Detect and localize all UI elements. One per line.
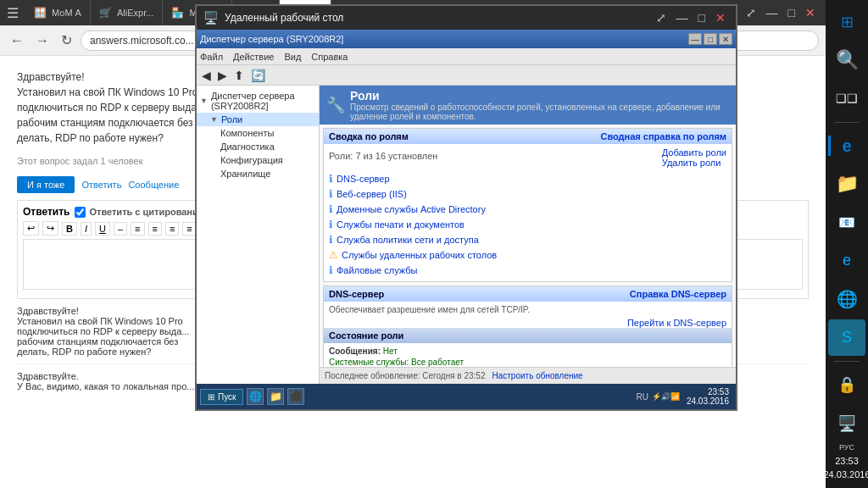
align1-button[interactable]: ≡ — [131, 222, 144, 236]
win10-outlook-app[interactable]: 📧 — [828, 204, 865, 241]
sm-state-header[interactable]: Состояние роли — [324, 328, 732, 343]
win10-ie-app[interactable]: e — [828, 242, 865, 279]
win10-windows-btn[interactable]: ⊞ — [828, 3, 865, 40]
dns-role-link[interactable]: DNS-сервер — [337, 174, 390, 184]
sm-content: 🔧 Роли Просмотр сведений о работоспособн… — [320, 86, 736, 384]
align3-button[interactable]: ≡ — [165, 222, 179, 236]
sm-menu-file[interactable]: Файл — [200, 52, 223, 62]
sm-menu-action[interactable]: Действие — [233, 52, 274, 62]
status-services: Системные службы: Все работает — [329, 358, 726, 367]
rdp-date: 24.03.2016 — [687, 396, 729, 406]
rdp-start-button[interactable]: ⊞ Пуск — [200, 389, 243, 405]
sm-tree-roles[interactable]: ▼ Роли — [197, 113, 319, 126]
sm-dns-navigate-link[interactable]: Перейти к DNS-сервер — [627, 318, 726, 328]
me-too-button[interactable]: И я тоже — [17, 176, 75, 193]
sm-tree-storage-label: Хранилище — [220, 169, 270, 179]
rdp-powershell-icon[interactable]: ⬛ — [287, 388, 304, 405]
sm-tree-root[interactable]: ▼ Диспетчер сервера (SRY2008R2] — [197, 89, 319, 113]
sm-summary-header[interactable]: Сводка по ролям Сводная справка по ролям — [324, 129, 732, 144]
role-dns[interactable]: ℹ DNS-сервер — [329, 171, 726, 186]
sm-remove-role-link[interactable]: Удалить роли — [662, 158, 726, 168]
sm-tree-diagnostics[interactable]: Диагностика — [197, 140, 319, 153]
italic-button[interactable]: I — [81, 222, 92, 236]
hamburger-button[interactable]: ☰ — [0, 5, 25, 21]
win10-chrome-app[interactable]: 🌐 — [828, 280, 865, 317]
dash-button[interactable]: – — [114, 222, 127, 236]
window-resize-btn[interactable]: ⤢ — [743, 6, 760, 19]
rdp-close-btn[interactable]: ✕ — [712, 11, 729, 25]
win10-skype-app[interactable]: S — [828, 319, 865, 356]
sm-toolbar-refresh[interactable]: 🔄 — [249, 69, 267, 82]
rdp-resize-btn[interactable]: ⤢ — [653, 11, 670, 25]
reply-button[interactable]: Ответить — [81, 180, 121, 190]
rdp-titlebar: 🖥️ Удаленный рабочий стол ⤢ — □ ✕ — [197, 6, 736, 30]
redo-button[interactable]: ↪ — [42, 221, 58, 236]
sm-maximize-btn[interactable]: □ — [704, 33, 717, 45]
sm-minimize-btn[interactable]: — — [688, 33, 702, 45]
sm-main-area: Сводка по ролям Сводная справка по ролям… — [320, 125, 736, 367]
sm-close-btn[interactable]: ✕ — [719, 33, 732, 45]
align2-button[interactable]: ≡ — [148, 222, 162, 236]
role-files[interactable]: ℹ Файловые службы — [329, 263, 726, 278]
rdp-taskbar: ⊞ Пуск 🌐 📁 ⬛ RU ⚡🔊📶 23:53 24.03.2016 — [197, 384, 736, 409]
win10-search-btn[interactable]: 🔍 — [828, 42, 865, 78]
role-print[interactable]: ℹ Службы печати и документов — [329, 217, 726, 232]
sm-dns-link[interactable]: Справка DNS-сервер — [630, 289, 726, 299]
sm-toolbar-forward[interactable]: ▶ — [216, 69, 229, 82]
rdp-ie-icon[interactable]: 🌐 — [247, 388, 264, 405]
sm-dns-header[interactable]: DNS-сервер Справка DNS-сервер — [324, 286, 732, 302]
message-button[interactable]: Сообщение — [128, 180, 179, 190]
rdp-maximize-btn[interactable]: □ — [695, 11, 709, 25]
rdp-clock: 23:53 24.03.2016 — [683, 387, 732, 406]
sm-tree-roles-arrow: ▼ — [210, 115, 218, 124]
role-rds[interactable]: ⚠ Службы удаленных рабочих столов — [329, 247, 726, 263]
sm-configure-update-link[interactable]: Настроить обновление — [492, 371, 582, 380]
win10-edge-app[interactable]: e — [828, 128, 865, 164]
sm-role-actions: Добавить роли Удалить роли — [662, 147, 726, 168]
rdp-explorer-icon[interactable]: 📁 — [267, 388, 284, 405]
window-close-btn[interactable]: ✕ — [802, 6, 819, 19]
rdp-window-icon: 🖥️ — [203, 11, 218, 25]
role-policy[interactable]: ℹ Служба политики сети и доступа — [329, 232, 726, 247]
refresh-button[interactable]: ↻ — [58, 30, 75, 50]
sm-add-role-link[interactable]: Добавить роли — [662, 147, 726, 158]
sm-toolbar: ◀ ▶ ⬆ 🔄 — [197, 65, 736, 86]
reply-quote-checkbox[interactable] — [75, 207, 86, 218]
win10-explorer-app[interactable]: 📁 — [828, 166, 865, 202]
ad-role-link[interactable]: Доменные службы Active Directory — [337, 204, 486, 214]
rds-role-link[interactable]: Службы удаленных рабочих столов — [342, 250, 497, 260]
sm-toolbar-up[interactable]: ⬆ — [232, 69, 246, 82]
win10-rdp-icon[interactable]: 🖥️ — [828, 405, 865, 441]
window-maximize-btn[interactable]: □ — [785, 6, 798, 19]
tab-mom[interactable]: 🪟 МоМ А — [25, 0, 91, 25]
print-role-link[interactable]: Службы печати и документов — [337, 219, 465, 230]
role-iis[interactable]: ℹ Веб-сервер (IIS) — [329, 186, 726, 202]
win10-lock-icon: 🔒 — [828, 367, 865, 403]
iis-role-link[interactable]: Веб-сервер (IIS) — [337, 189, 407, 199]
role-ad[interactable]: ℹ Доменные службы Active Directory — [329, 202, 726, 217]
sm-menu-help[interactable]: Справка — [311, 52, 348, 62]
tab-ali[interactable]: 🛒 AliExpr... — [91, 0, 163, 25]
sm-tree-components[interactable]: Компоненты — [197, 126, 319, 140]
back-button[interactable]: ← — [7, 31, 27, 50]
forward-button[interactable]: → — [32, 31, 53, 50]
rdp-minimize-btn[interactable]: — — [673, 11, 692, 25]
policy-role-link[interactable]: Служба политики сети и доступа — [337, 235, 479, 245]
sm-dns-content: Обеспечивает разрешение имен для сетей T… — [324, 302, 732, 367]
window-minimize-btn[interactable]: — — [763, 6, 782, 19]
bold-button[interactable]: B — [62, 222, 77, 236]
dns-status-icon: ℹ — [329, 173, 333, 185]
sm-tree-storage[interactable]: Хранилище — [197, 167, 319, 180]
files-role-link[interactable]: Файловые службы — [337, 265, 417, 275]
win10-taskview-btn[interactable]: ❑❑ — [828, 80, 865, 116]
win10-clock: 23:53 24.03.2016 — [823, 455, 868, 488]
sm-toolbar-back[interactable]: ◀ — [200, 69, 213, 82]
sm-tree-config[interactable]: Конфигурация — [197, 153, 319, 167]
underline-button[interactable]: U — [95, 222, 110, 236]
sm-tree-diagnostics-label: Диагностика — [220, 141, 275, 152]
sm-summary-link[interactable]: Сводная справка по ролям — [600, 131, 726, 141]
sm-menu-view[interactable]: Вид — [284, 52, 301, 62]
undo-button[interactable]: ↩ — [23, 221, 39, 236]
sm-roles-desc: Просмотр сведений о работоспособности ро… — [350, 103, 729, 121]
print-status-icon: ℹ — [329, 219, 333, 230]
